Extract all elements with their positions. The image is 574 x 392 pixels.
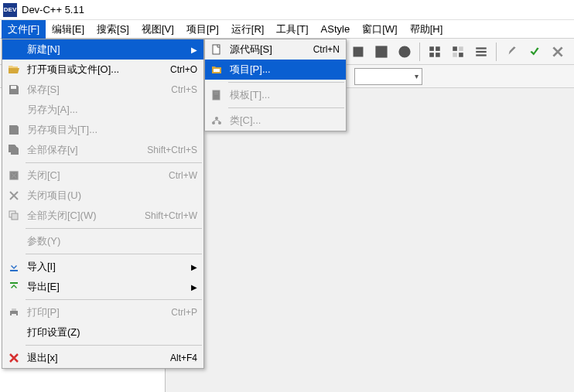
svg-rect-9 <box>453 46 457 51</box>
menu-view[interactable]: 视图[V] <box>135 20 180 39</box>
svg-rect-19 <box>10 270 18 271</box>
menu-new[interactable]: 新建[N] ▶ <box>2 39 203 60</box>
config-combo[interactable]: ▾ <box>354 68 422 85</box>
menu-separator <box>26 162 202 163</box>
menu-label: 导出[E] <box>27 280 186 294</box>
svg-rect-18 <box>12 213 18 220</box>
menu-run[interactable]: 运行[R] <box>225 20 271 39</box>
print-icon <box>5 305 22 320</box>
svg-rect-2 <box>377 46 388 57</box>
template-icon <box>208 87 225 103</box>
menu-close: 关闭[C] Ctrl+W <box>2 165 203 186</box>
menu-edit[interactable]: 编辑[E] <box>46 20 91 39</box>
abort-button[interactable] <box>548 42 568 62</box>
import-icon <box>5 259 22 274</box>
menu-save-as: 另存为[A]... <box>2 100 203 120</box>
svg-rect-22 <box>12 308 16 311</box>
save-all-icon <box>5 142 22 158</box>
menu-label: 打开项目或文件[O]... <box>27 63 161 77</box>
menu-help[interactable]: 帮助[H] <box>404 20 449 39</box>
svg-point-31 <box>218 121 221 124</box>
stop-button[interactable] <box>524 42 545 62</box>
menu-separator <box>228 107 344 108</box>
source-file-icon <box>208 42 225 57</box>
save-project-icon <box>5 122 22 138</box>
toolbar-separator <box>419 43 420 61</box>
blank-icon <box>5 102 22 118</box>
close-project-icon <box>5 188 22 203</box>
submenu-arrow-icon: ▶ <box>191 263 197 271</box>
svg-rect-15 <box>476 54 487 56</box>
toolbar-separator <box>496 43 497 61</box>
svg-rect-8 <box>436 53 440 57</box>
menu-label: 类[C]... <box>230 114 340 128</box>
submenu-arrow-icon: ▶ <box>191 283 197 291</box>
menu-window[interactable]: 窗口[W] <box>356 20 404 39</box>
menu-open[interactable]: 打开项目或文件[O]... Ctrl+O <box>2 60 203 80</box>
menu-label: 关闭[C] <box>27 169 159 182</box>
menu-save: 保存[S] Ctrl+S <box>2 80 203 100</box>
compile-run-button[interactable] <box>395 42 415 62</box>
editor-area[interactable] <box>166 88 574 392</box>
svg-rect-23 <box>12 314 16 317</box>
menu-close-all: 全部关闭[C](W) Shift+Ctrl+W <box>2 206 203 226</box>
run-button[interactable] <box>371 42 391 62</box>
menu-tools[interactable]: 工具[T] <box>270 20 314 39</box>
menu-import[interactable]: 导入[I] ▶ <box>2 257 203 277</box>
menu-close-project: 关闭项目(U) <box>2 186 203 206</box>
menu-file[interactable]: 文件[F] <box>2 20 46 39</box>
exit-icon <box>5 350 22 366</box>
close-icon <box>5 168 22 183</box>
svg-rect-27 <box>214 92 218 93</box>
debug-button[interactable] <box>501 42 521 62</box>
menu-shortcut: Ctrl+W <box>169 170 197 181</box>
menu-print-setup[interactable]: 打印设置(Z) <box>2 322 203 343</box>
file-dropdown: 新建[N] ▶ 打开项目或文件[O]... Ctrl+O 保存[S] Ctrl+… <box>2 39 204 369</box>
svg-rect-12 <box>459 53 463 57</box>
menu-project[interactable]: 项目[P] <box>180 20 225 39</box>
menu-save-project-as: 另存项目为[T]... <box>2 120 203 140</box>
menu-separator <box>26 299 202 300</box>
menu-print: 打印[P] Ctrl+P <box>2 302 203 322</box>
menu-save-all: 全部保存[v] Shift+Ctrl+S <box>2 140 203 160</box>
menu-search[interactable]: 搜索[S] <box>91 20 135 39</box>
svg-rect-13 <box>476 47 487 49</box>
submenu-template: 模板[T]... <box>205 85 346 105</box>
rebuild-button[interactable] <box>448 42 468 62</box>
menu-label: 全部保存[v] <box>27 143 138 157</box>
menu-shortcut: Ctrl+S <box>171 84 197 95</box>
app-icon: DEV <box>3 3 17 17</box>
grid-button[interactable] <box>425 42 445 62</box>
menu-astyle[interactable]: AStyle <box>315 21 357 37</box>
svg-rect-20 <box>10 282 18 284</box>
menu-bar: 文件[F] 编辑[E] 搜索[S] 视图[V] 项目[P] 运行[R] 工具[T… <box>0 20 574 39</box>
menu-export[interactable]: 导出[E] ▶ <box>2 277 203 297</box>
menu-label: 保存[S] <box>27 83 162 97</box>
export-icon <box>5 279 22 295</box>
menu-params: 参数(Y) <box>2 231 203 251</box>
compile-button[interactable] <box>348 42 368 62</box>
menu-shortcut: Alt+F4 <box>170 353 197 363</box>
menu-label: 导入[I] <box>27 260 186 274</box>
menu-separator <box>228 82 344 83</box>
menu-shortcut: Ctrl+P <box>171 307 197 318</box>
menu-separator <box>26 345 202 346</box>
svg-rect-11 <box>453 53 457 57</box>
submenu-arrow-icon: ▶ <box>191 46 197 54</box>
menu-shortcut: Ctrl+N <box>313 44 340 55</box>
svg-rect-14 <box>476 50 487 52</box>
submenu-project[interactable]: 项目[P]... <box>205 60 346 80</box>
chevron-down-icon: ▾ <box>415 72 419 80</box>
menu-label: 源代码[S] <box>230 43 304 56</box>
blank-icon <box>5 325 22 340</box>
save-icon <box>5 82 22 97</box>
svg-point-4 <box>403 49 407 53</box>
menu-label: 另存为[A]... <box>27 103 197 117</box>
submenu-source[interactable]: 源代码[S] Ctrl+N <box>205 39 346 60</box>
svg-rect-7 <box>429 53 434 57</box>
menu-exit[interactable]: 退出[x] Alt+F4 <box>2 348 203 368</box>
menu-label: 全部关闭[C](W) <box>27 209 135 223</box>
syntax-button[interactable] <box>471 42 491 62</box>
svg-rect-6 <box>436 46 440 51</box>
class-icon <box>208 113 225 128</box>
